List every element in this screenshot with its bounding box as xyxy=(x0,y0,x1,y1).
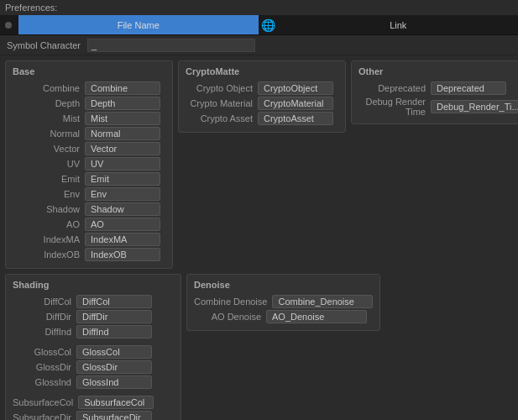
shading-title: Shading xyxy=(13,280,174,290)
base-indexma-label: IndexMA xyxy=(13,234,80,244)
symbol-label: Symbol Character xyxy=(7,40,81,50)
crypto-material-value[interactable]: CryptoMaterial xyxy=(258,97,333,110)
denoise-panel: Denoise Combine Denoise Combine_Denoise … xyxy=(186,274,380,331)
combine-denoise-row: Combine Denoise Combine_Denoise xyxy=(194,295,373,308)
glossdir-value[interactable]: GlossDir xyxy=(76,360,152,374)
deprecated-row: Deprecated Deprecated xyxy=(358,81,511,95)
deprecated-label: Deprecated xyxy=(358,83,426,93)
base-indexma-row: IndexMA IndexMA xyxy=(13,233,165,246)
diffind-value[interactable]: DiffInd xyxy=(76,325,152,339)
ao-denoise-value[interactable]: AO_Denoise xyxy=(266,310,367,323)
glossind-row: GlossInd GlossInd xyxy=(13,375,174,389)
combine-denoise-label: Combine Denoise xyxy=(194,297,267,307)
crypto-object-label: Crypto Object xyxy=(186,83,253,93)
subsurfacecol-value[interactable]: SubsurfaceCol xyxy=(78,396,154,409)
base-indexob-row: IndexOB IndexOB xyxy=(13,248,165,261)
crypto-asset-row: Crypto Asset CryptoAsset xyxy=(186,112,338,125)
base-vector-value[interactable]: Vector xyxy=(85,142,160,155)
crypto-material-row: Crypto Material CryptoMaterial xyxy=(186,97,338,110)
base-depth-value[interactable]: Depth xyxy=(85,97,160,110)
base-mist-label: Mist xyxy=(13,113,80,123)
base-mist-value[interactable]: Mist xyxy=(85,112,160,125)
denoise-title: Denoise xyxy=(194,280,373,290)
base-emit-value[interactable]: Emit xyxy=(85,172,160,186)
diffind-label: DiffInd xyxy=(13,327,71,337)
glossind-label: GlossInd xyxy=(13,377,71,387)
base-indexob-label: IndexOB xyxy=(13,249,80,260)
glosscol-row: GlossCol GlossCol xyxy=(13,345,174,359)
base-shadow-row: Shadow Shadow xyxy=(13,202,165,216)
base-emit-label: Emit xyxy=(13,174,80,184)
diffdir-label: DiffDir xyxy=(13,312,71,322)
deprecated-value[interactable]: Deprecated xyxy=(431,81,506,95)
base-normal-row: Normal Normal xyxy=(13,127,165,140)
glossind-value[interactable]: GlossInd xyxy=(76,375,152,389)
glossdir-label: GlossDir xyxy=(13,362,71,372)
cryptomatte-title: CryptoMatte xyxy=(186,66,338,76)
base-shadow-value[interactable]: Shadow xyxy=(85,202,160,216)
crypto-object-row: Crypto Object CryptoObject xyxy=(186,81,338,95)
globe-icon[interactable]: 🌐 xyxy=(259,15,279,35)
header-bar: File Name 🌐 Link xyxy=(0,15,518,35)
base-mist-row: Mist Mist xyxy=(13,112,165,125)
diffcol-row: DiffCol DiffCol xyxy=(13,295,174,308)
main-content: Base Combine Combine Depth Depth Mist Mi… xyxy=(0,55,518,420)
diffdir-value[interactable]: DiffDir xyxy=(76,310,152,323)
glosscol-label: GlossCol xyxy=(13,347,71,357)
diffind-row: DiffInd DiffInd xyxy=(13,325,174,339)
base-depth-label: Depth xyxy=(13,98,80,108)
base-depth-row: Depth Depth xyxy=(13,97,165,110)
other-title: Other xyxy=(358,66,511,76)
diffcol-value[interactable]: DiffCol xyxy=(76,295,152,308)
link-tab[interactable]: Link xyxy=(279,20,519,30)
crypto-object-value[interactable]: CryptoObject xyxy=(258,81,333,95)
base-ao-row: AO AO xyxy=(13,218,165,231)
glossdir-row: GlossDir GlossDir xyxy=(13,360,174,374)
row-group-1: Base Combine Combine Depth Depth Mist Mi… xyxy=(5,60,513,269)
shading-panel: Shading DiffCol DiffCol DiffDir DiffDir … xyxy=(5,274,181,420)
subsurfacedir-row: SubsurfaceDir SubsurfaceDir xyxy=(13,411,174,420)
row-group-2: Shading DiffCol DiffCol DiffDir DiffDir … xyxy=(5,274,513,420)
base-vector-row: Vector Vector xyxy=(13,142,165,155)
base-title: Base xyxy=(13,66,165,76)
base-normal-label: Normal xyxy=(13,129,80,139)
base-panel: Base Combine Combine Depth Depth Mist Mi… xyxy=(5,60,173,269)
base-indexob-value[interactable]: IndexOB xyxy=(85,248,160,261)
base-emit-row: Emit Emit xyxy=(13,172,165,186)
diffcol-label: DiffCol xyxy=(13,297,71,307)
diffdir-row: DiffDir DiffDir xyxy=(13,310,174,323)
base-vector-label: Vector xyxy=(13,144,80,154)
other-panel: Other Deprecated Deprecated Debug Render… xyxy=(351,60,518,124)
debug-render-time-row: Debug Render Time Debug_Render_Ti... xyxy=(358,97,511,117)
base-uv-value[interactable]: UV xyxy=(85,157,160,171)
base-env-row: Env Env xyxy=(13,187,165,201)
subsurfacecol-row: SubsurfaceCol SubsurfaceCol xyxy=(13,396,174,409)
file-name-tab[interactable]: File Name xyxy=(18,15,259,34)
base-indexma-value[interactable]: IndexMA xyxy=(85,233,160,246)
subsurfacedir-value[interactable]: SubsurfaceDir xyxy=(76,411,152,420)
base-env-value[interactable]: Env xyxy=(85,187,160,201)
glosscol-value[interactable]: GlossCol xyxy=(76,345,152,359)
combine-denoise-value[interactable]: Combine_Denoise xyxy=(272,295,373,308)
base-combine-label: Combine xyxy=(13,83,80,93)
preferences-title: Preferences: xyxy=(0,0,518,15)
base-normal-value[interactable]: Normal xyxy=(85,127,160,140)
base-combine-row: Combine Combine xyxy=(13,81,165,95)
debug-render-time-value[interactable]: Debug_Render_Ti... xyxy=(431,100,518,113)
crypto-asset-value[interactable]: CryptoAsset xyxy=(258,112,333,125)
ao-denoise-label: AO Denoise xyxy=(194,312,261,322)
symbol-row: Symbol Character _ xyxy=(0,35,518,55)
base-combine-value[interactable]: Combine xyxy=(85,81,160,95)
base-ao-label: AO xyxy=(13,219,80,229)
crypto-material-label: Crypto Material xyxy=(186,98,253,108)
base-uv-label: UV xyxy=(13,159,80,169)
subsurfacecol-label: SubsurfaceCol xyxy=(13,397,73,407)
cryptomatte-panel: CryptoMatte Crypto Object CryptoObject C… xyxy=(178,60,346,133)
base-ao-value[interactable]: AO xyxy=(85,218,160,231)
symbol-value[interactable]: _ xyxy=(87,39,255,52)
base-shadow-label: Shadow xyxy=(13,204,80,214)
subsurfacedir-label: SubsurfaceDir xyxy=(13,412,71,420)
ao-denoise-row: AO Denoise AO_Denoise xyxy=(194,310,373,323)
base-uv-row: UV UV xyxy=(13,157,165,171)
crypto-asset-label: Crypto Asset xyxy=(186,113,253,123)
